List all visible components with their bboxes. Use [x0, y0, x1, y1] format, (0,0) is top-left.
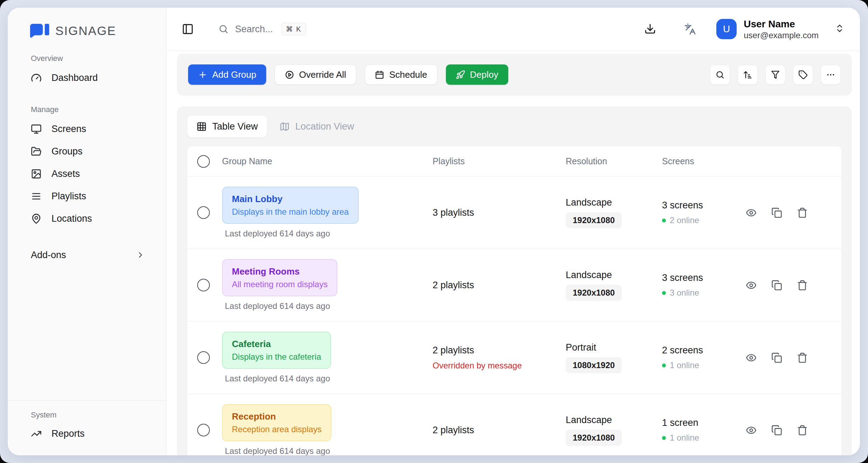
- user-menu[interactable]: U User Name user@example.com: [716, 18, 845, 41]
- group-description: Displays in the cafeteria: [232, 352, 321, 362]
- tab-table-view[interactable]: Table View: [187, 116, 267, 137]
- online-dot: [662, 364, 666, 367]
- plus-icon: [198, 70, 207, 80]
- column-header-playlists: Playlists: [433, 156, 566, 166]
- row-actions: [744, 280, 841, 291]
- brand-name: SIGNAGE: [55, 24, 116, 38]
- language-button[interactable]: [684, 23, 696, 35]
- playlists-count: 2 playlists: [433, 425, 566, 436]
- groups-panel: Table View Location View Group Name Play…: [177, 106, 852, 455]
- duplicate-button[interactable]: [771, 425, 782, 436]
- eye-icon: [746, 425, 757, 436]
- last-deployed-text: Last deployed 614 days ago: [225, 301, 433, 311]
- group-name-card[interactable]: Meeting Rooms All meeting room displays: [222, 259, 337, 296]
- screens-count: 3 screens: [662, 272, 744, 283]
- table-search-button[interactable]: [710, 65, 730, 85]
- sidebar-item-label: Playlists: [51, 191, 86, 202]
- delete-button[interactable]: [797, 207, 808, 218]
- duplicate-button[interactable]: [771, 352, 782, 363]
- delete-button[interactable]: [797, 352, 808, 363]
- filter-button[interactable]: [765, 65, 785, 85]
- sidebar-item-screens[interactable]: Screens: [18, 118, 156, 140]
- playlists-count: 2 playlists: [433, 345, 566, 356]
- chevrons-up-down-icon: [835, 23, 845, 33]
- groups-table: Group Name Playlists Resolution Screens …: [187, 146, 841, 455]
- table-row: Main Lobby Displays in the main lobby ar…: [187, 177, 841, 249]
- schedule-button[interactable]: Schedule: [365, 64, 437, 85]
- duplicate-button[interactable]: [771, 280, 782, 291]
- panel-left-icon: [182, 23, 194, 35]
- sidebar-item-assets[interactable]: Assets: [18, 163, 156, 185]
- view-button[interactable]: [746, 207, 757, 218]
- row-checkbox[interactable]: [197, 279, 210, 291]
- view-button[interactable]: [746, 352, 757, 363]
- copy-icon: [771, 280, 782, 291]
- delete-button[interactable]: [797, 425, 808, 436]
- row-checkbox[interactable]: [197, 351, 210, 364]
- table-row: Meeting Rooms All meeting room displays …: [187, 249, 841, 322]
- table-row: Reception Reception area displays Last d…: [187, 394, 841, 455]
- sidebar-item-label: Reports: [51, 428, 85, 439]
- sidebar-item-label: Screens: [51, 124, 86, 134]
- download-icon: [644, 23, 656, 35]
- row-checkbox[interactable]: [197, 206, 210, 219]
- row-actions: [744, 425, 841, 436]
- sidebar-item-groups[interactable]: Groups: [18, 140, 156, 163]
- app-window: SIGNAGE Overview Dashboard Manage Screen…: [8, 8, 860, 455]
- tab-location-view[interactable]: Location View: [270, 116, 363, 137]
- group-name-card[interactable]: Cafeteria Displays in the cafeteria: [222, 332, 331, 369]
- image-icon: [31, 168, 42, 179]
- deploy-button[interactable]: Deploy: [446, 64, 508, 85]
- group-name-card[interactable]: Reception Reception area displays: [222, 404, 331, 441]
- group-name: Main Lobby: [232, 194, 349, 205]
- sidebar-item-label: Dashboard: [51, 72, 98, 83]
- sidebar-item-reports[interactable]: Reports: [18, 422, 156, 445]
- row-actions: [744, 207, 841, 218]
- map-icon: [280, 122, 290, 132]
- override-all-button[interactable]: Override All: [275, 64, 356, 85]
- select-all-checkbox[interactable]: [197, 155, 210, 168]
- sidebar-nav: Overview Dashboard Manage Screens Groups…: [8, 38, 166, 266]
- view-button[interactable]: [746, 425, 757, 436]
- sidebar-item-label: Groups: [51, 146, 83, 157]
- last-deployed-text: Last deployed 614 days ago: [225, 446, 433, 455]
- sidebar-toggle-button[interactable]: [182, 23, 194, 35]
- row-checkbox[interactable]: [197, 424, 210, 436]
- list-icon: [31, 191, 42, 202]
- screens-count: 3 screens: [662, 200, 744, 211]
- table-row: Cafeteria Displays in the cafeteria Last…: [187, 322, 841, 394]
- resolution-badge: 1920x1080: [566, 212, 622, 228]
- sidebar-item-addons[interactable]: Add-ons: [18, 244, 156, 266]
- more-button[interactable]: [821, 65, 841, 85]
- add-group-button[interactable]: Add Group: [188, 64, 266, 85]
- duplicate-button[interactable]: [771, 207, 782, 218]
- sort-ascending-icon: [743, 70, 752, 80]
- section-label-manage: Manage: [31, 105, 156, 114]
- group-name-card[interactable]: Main Lobby Displays in the main lobby ar…: [222, 187, 359, 224]
- download-button[interactable]: [644, 23, 656, 35]
- trending-up-icon: [31, 428, 42, 439]
- content-area: Add Group Override All Schedule Deploy: [166, 51, 860, 455]
- top-header: Search... ⌘ K U User Name user@example.c…: [166, 8, 860, 51]
- group-name: Cafeteria: [232, 339, 321, 350]
- user-email: user@example.com: [744, 30, 819, 41]
- delete-button[interactable]: [797, 280, 808, 291]
- playlists-count: 2 playlists: [433, 280, 566, 291]
- group-description: Displays in the main lobby area: [232, 207, 349, 217]
- sidebar-item-dashboard[interactable]: Dashboard: [18, 67, 156, 89]
- sidebar: SIGNAGE Overview Dashboard Manage Screen…: [8, 8, 166, 455]
- toolbar-right-icons: [710, 65, 841, 85]
- online-count: 1 online: [670, 433, 699, 443]
- group-name: Reception: [232, 411, 322, 422]
- tag-button[interactable]: [793, 65, 813, 85]
- sort-button[interactable]: [738, 65, 758, 85]
- sidebar-item-locations[interactable]: Locations: [18, 207, 156, 230]
- monitor-icon: [31, 124, 42, 134]
- orientation: Portrait: [566, 342, 662, 353]
- orientation: Landscape: [566, 415, 662, 426]
- online-count: 3 online: [670, 288, 699, 298]
- search-input[interactable]: Search... ⌘ K: [218, 23, 306, 35]
- resolution-badge: 1920x1080: [566, 285, 622, 301]
- sidebar-item-playlists[interactable]: Playlists: [18, 185, 156, 207]
- view-button[interactable]: [746, 280, 757, 291]
